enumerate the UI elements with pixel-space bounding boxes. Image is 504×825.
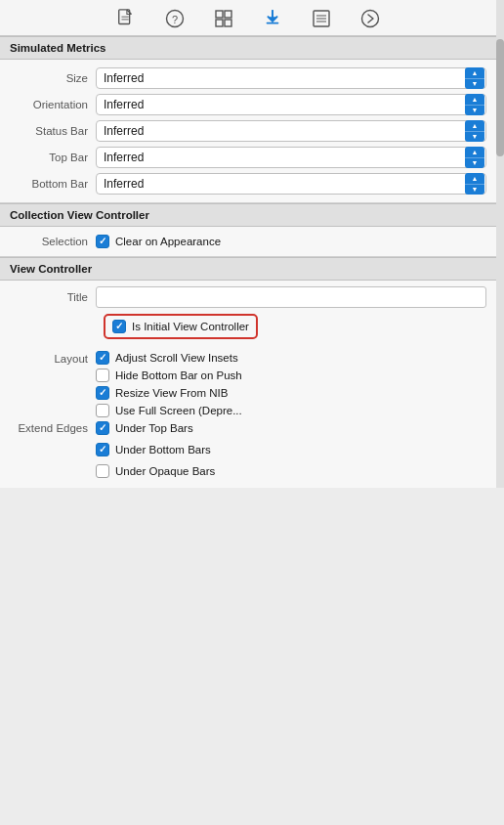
top-bar-label: Top Bar — [10, 152, 96, 163]
layout-label: Layout — [10, 351, 96, 365]
bottom-bar-select-wrapper: Inferred ▲ ▼ — [96, 173, 486, 195]
toolbar: ? — [0, 0, 496, 36]
status-bar-stepper-down[interactable]: ▼ — [465, 132, 484, 143]
list-icon[interactable] — [311, 8, 332, 29]
title-input[interactable] — [96, 286, 486, 308]
bottom-bar-stepper-down[interactable]: ▼ — [465, 185, 484, 195]
resize-view-checkbox[interactable] — [96, 386, 109, 400]
layout-option-2: Resize View From NIB — [96, 386, 242, 400]
status-bar-stepper-up[interactable]: ▲ — [465, 120, 484, 132]
size-stepper-down[interactable]: ▼ — [465, 79, 484, 90]
size-stepper-up[interactable]: ▲ — [465, 67, 484, 79]
status-bar-select-wrapper: Inferred ▲ ▼ — [96, 120, 486, 142]
adjust-scroll-checkbox[interactable] — [96, 351, 109, 365]
under-top-bars-label: Under Top Bars — [115, 422, 193, 434]
bottom-bar-row: Bottom Bar Inferred ▲ ▼ — [10, 173, 486, 195]
simulated-metrics-header: Simulated Metrics — [0, 36, 496, 60]
status-bar-stepper[interactable]: ▲ ▼ — [465, 120, 484, 142]
scrollbar-thumb[interactable] — [496, 39, 504, 156]
download-icon[interactable] — [262, 8, 283, 29]
orientation-select-wrapper: Inferred ▲ ▼ — [96, 94, 486, 115]
bottom-bar-stepper[interactable]: ▲ ▼ — [465, 173, 484, 195]
grid-icon[interactable] — [213, 8, 234, 29]
clear-on-appearance-checkbox[interactable] — [96, 235, 109, 248]
layout-options: Adjust Scroll View Insets Hide Bottom Ba… — [96, 351, 242, 417]
status-bar-row: Status Bar Inferred ▲ ▼ — [10, 120, 486, 142]
resize-view-label: Resize View From NIB — [115, 387, 228, 399]
extend-option-1: Under Bottom Bars — [96, 443, 215, 456]
simulated-metrics-body: Size Inferred ▲ ▼ Orientation — [0, 60, 496, 202]
size-row: Size Inferred ▲ ▼ — [10, 67, 486, 89]
orientation-stepper-up[interactable]: ▲ — [465, 94, 484, 106]
extend-edges-label: Extend Edges — [10, 421, 96, 434]
adjust-scroll-label: Adjust Scroll View Insets — [115, 352, 238, 364]
status-bar-label: Status Bar — [10, 125, 96, 137]
svg-point-14 — [362, 11, 379, 27]
svg-text:?: ? — [172, 14, 178, 25]
extend-option-2: Under Opaque Bars — [96, 464, 215, 478]
is-initial-vc-checkbox[interactable] — [112, 320, 126, 333]
orientation-stepper-down[interactable]: ▼ — [465, 106, 484, 116]
help-icon[interactable]: ? — [164, 8, 186, 29]
hide-bottom-bar-label: Hide Bottom Bar on Push — [115, 369, 242, 381]
under-opaque-bars-checkbox[interactable] — [96, 464, 109, 478]
bottom-bar-select[interactable]: Inferred — [96, 173, 486, 195]
file-icon[interactable] — [115, 8, 137, 29]
bottom-bar-stepper-up[interactable]: ▲ — [465, 173, 484, 185]
full-screen-checkbox[interactable] — [96, 404, 109, 417]
extend-option-0: Under Top Bars — [96, 421, 215, 435]
top-bar-select[interactable]: Inferred — [96, 147, 486, 168]
view-controller-section: View Controller Title Is Initial View Co… — [0, 257, 496, 488]
is-initial-vc-label: Is Initial View Controller — [132, 321, 249, 332]
selection-row: Selection Clear on Appearance — [10, 235, 486, 248]
selection-label: Selection — [10, 236, 96, 247]
initial-vc-row: Is Initial View Controller — [104, 314, 258, 339]
size-label: Size — [10, 72, 96, 84]
size-select[interactable]: Inferred — [96, 67, 486, 89]
scrollbar[interactable] — [496, 0, 504, 488]
bottom-bar-label: Bottom Bar — [10, 178, 96, 190]
extend-options: Under Top Bars Under Bottom Bars Under O… — [96, 421, 215, 478]
top-bar-stepper[interactable]: ▲ ▼ — [465, 147, 484, 168]
hide-bottom-bar-checkbox[interactable] — [96, 369, 109, 382]
orientation-stepper[interactable]: ▲ ▼ — [465, 94, 484, 115]
under-opaque-bars-label: Under Opaque Bars — [115, 465, 215, 477]
clear-on-appearance-row: Clear on Appearance — [96, 235, 221, 248]
collection-view-controller-header: Collection View Controller — [0, 203, 496, 227]
top-bar-stepper-down[interactable]: ▼ — [465, 158, 484, 169]
collection-view-controller-body: Selection Clear on Appearance — [0, 227, 496, 256]
view-controller-header: View Controller — [0, 257, 496, 281]
forward-icon[interactable] — [359, 8, 381, 29]
under-bottom-bars-label: Under Bottom Bars — [115, 444, 211, 456]
top-bar-row: Top Bar Inferred ▲ ▼ — [10, 147, 486, 168]
status-bar-select[interactable]: Inferred — [96, 120, 486, 142]
title-label: Title — [10, 291, 96, 303]
layout-option-0: Adjust Scroll View Insets — [96, 351, 242, 365]
svg-rect-6 — [225, 11, 231, 18]
view-controller-body: Title Is Initial View Controller Layout — [0, 281, 496, 488]
top-bar-select-wrapper: Inferred ▲ ▼ — [96, 147, 486, 168]
full-screen-label: Use Full Screen (Depre... — [115, 405, 242, 416]
svg-rect-8 — [225, 20, 231, 26]
under-top-bars-checkbox[interactable] — [96, 421, 109, 435]
orientation-row: Orientation Inferred ▲ ▼ — [10, 94, 486, 115]
title-row: Title — [10, 286, 486, 308]
layout-option-1: Hide Bottom Bar on Push — [96, 369, 242, 382]
svg-rect-7 — [216, 20, 223, 26]
under-bottom-bars-checkbox[interactable] — [96, 443, 109, 456]
layout-option-3: Use Full Screen (Depre... — [96, 404, 242, 417]
simulated-metrics-section: Simulated Metrics Size Inferred ▲ ▼ — [0, 36, 496, 202]
clear-on-appearance-label: Clear on Appearance — [115, 236, 221, 247]
svg-rect-5 — [216, 11, 223, 18]
extend-edges-section: Extend Edges Under Top Bars Under Bottom… — [10, 421, 486, 478]
size-select-wrapper: Inferred ▲ ▼ — [96, 67, 486, 89]
orientation-label: Orientation — [10, 99, 96, 110]
top-bar-stepper-up[interactable]: ▲ — [465, 147, 484, 158]
collection-view-controller-section: Collection View Controller Selection Cle… — [0, 203, 496, 256]
size-stepper[interactable]: ▲ ▼ — [465, 67, 484, 89]
orientation-select[interactable]: Inferred — [96, 94, 486, 115]
